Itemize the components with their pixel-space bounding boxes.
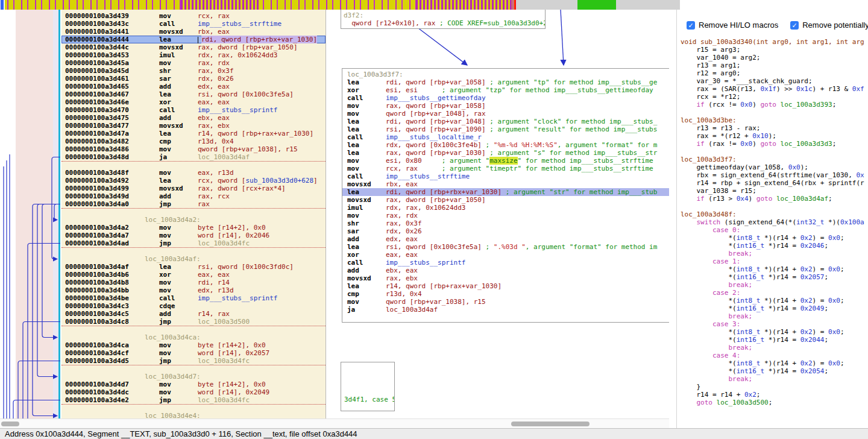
- pseudo-line[interactable]: r14 = r14 + 0x2;: [681, 391, 868, 399]
- graph-asm-line[interactable]: 3d4f1, case 5: [344, 396, 394, 403]
- pseudo-line[interactable]: case 0:: [681, 226, 868, 234]
- pseudo-line[interactable]: [681, 203, 868, 210]
- graph-asm-line[interactable]: xoresi, esi ; argument "tzp" for method …: [342, 86, 669, 94]
- pseudo-line[interactable]: rax = (SAR(r13, 0x1f) >> 0x1c) + r13 & 0…: [681, 85, 868, 93]
- graph-asm-line[interactable]: learax, qword [rbp+var_1030] ; argument …: [342, 149, 669, 157]
- graph-asm-line[interactable]: movrax, qword [rbp+var_1058]: [342, 102, 669, 110]
- asm-row[interactable]: 0000000100a3d45amovrax, rdx: [61, 59, 326, 67]
- asm-row[interactable]: 0000000100a3d4camovbyte [r14+2], 0x0: [61, 341, 326, 349]
- graph-asm-line[interactable]: callimp___stubs__sprintf: [342, 259, 669, 267]
- asm-row[interactable]: 0000000100a3d4b8movrdi, r14: [61, 279, 326, 286]
- graph-asm-line[interactable]: imulrdx, rax, 0x10624dd3: [342, 204, 669, 212]
- asm-row[interactable]: 0000000100a3d499movsxdrax, dword [rcx+ra…: [61, 185, 326, 192]
- pseudo-line[interactable]: [681, 148, 868, 156]
- graph-asm-line[interactable]: movrcx, rax ; argument "timeptr" for met…: [342, 165, 669, 172]
- pseudo-line[interactable]: loc_100a3d3be:: [681, 116, 868, 124]
- graph-asm-line[interactable]: d3f2:: [344, 11, 542, 19]
- pseudo-line[interactable]: r14 = rbp + sign_extend_64(rbx + sprintf…: [681, 179, 868, 187]
- pseudo-line[interactable]: *(int8_t *)(r14 + 0x2) = 0x0;: [681, 265, 868, 273]
- graph-asm-line[interactable]: lear14, qword [rbp+rax+var_1030]: [342, 282, 669, 290]
- graph-asm-line[interactable]: xoreax, eax: [342, 251, 669, 259]
- graph-asm-line[interactable]: movsxdrax, dword [rbp+var_1050]: [342, 196, 669, 204]
- asm-row[interactable]: 0000000100a3d4aflearsi, qword [0x100c3fd…: [61, 263, 326, 271]
- graph-asm-line[interactable]: callimp___stubs__strftime: [342, 172, 669, 180]
- graph-asm-line[interactable]: learsi, qword [0x100c3fe5a] ; ".%03d ", …: [342, 243, 669, 251]
- pseudo-line[interactable]: rcx = *r12;: [681, 93, 868, 101]
- asm-row[interactable]: 0000000100a3d486movqword [rbp+var_1038],…: [61, 145, 326, 153]
- graph-asm-line[interactable]: movrax, rdx: [342, 212, 669, 220]
- graph-basic-block-partial-case5[interactable]: 3d4f1, case 5: [341, 362, 395, 411]
- graph-asm-line[interactable]: leardi, qword [rbp+rbx+var_1030] ; argum…: [342, 188, 669, 196]
- pseudo-line[interactable]: case 3:: [681, 320, 868, 328]
- graph-asm-line[interactable]: addebx, eax: [342, 267, 669, 274]
- asm-row[interactable]: 0000000100a3d4e2jmploc_100a3d4fc: [61, 396, 326, 404]
- asm-row[interactable]: 0000000100a3d492learcx, qword [sub_100a3…: [61, 177, 326, 185]
- pseudo-line[interactable]: break;: [681, 375, 868, 383]
- pseudo-line[interactable]: if (rax != 0x0) goto loc_100a3d3d3;: [681, 140, 868, 148]
- graph-basic-block-main[interactable]: loc_100a3d3f7:leardi, qword [rbp+var_105…: [342, 68, 669, 323]
- pseudo-line[interactable]: case 2:: [681, 289, 868, 297]
- asm-label-row[interactable]: loc_100a3d4af:: [61, 255, 326, 263]
- graph-asm-line[interactable]: sarrdx, 0x26: [342, 227, 669, 235]
- pseudo-line[interactable]: var_30 = *___stack_chk_guard;: [681, 77, 868, 85]
- pseudo-line[interactable]: var_1038 = r15;: [681, 187, 868, 195]
- asm-row[interactable]: 0000000100a3d467learsi, qword [0x100c3fe…: [61, 90, 326, 98]
- pseudo-line[interactable]: *(int8_t *)(r14 + 0x2) = 0x0;: [681, 234, 868, 242]
- pseudo-line[interactable]: *(int8_t *)(r14 + 0x2) = 0x0;: [681, 328, 868, 336]
- pseudo-line[interactable]: *(int16_t *)r14 = 0x2046;: [681, 242, 868, 250]
- asm-row[interactable]: 0000000100a3d43ccallimp___stubs__strftim…: [61, 20, 326, 28]
- pseudo-line[interactable]: *(int16_t *)r14 = 0x2057;: [681, 273, 868, 281]
- pseudo-line[interactable]: r13 = arg1;: [681, 62, 868, 69]
- pseudo-line[interactable]: switch (sign_extend_64(*(int32_t *)(0x10…: [681, 218, 868, 226]
- pseudo-line[interactable]: break;: [681, 312, 868, 320]
- asm-row[interactable]: 0000000100a3d46exoreax, eax: [61, 98, 326, 106]
- pseudo-line[interactable]: if (rcx != 0x0) goto loc_100a3d393;: [681, 101, 868, 109]
- asm-row[interactable]: 0000000100a3d44cmovsxdrax, dword [rbp+va…: [61, 43, 326, 51]
- asm-row[interactable]: 0000000100a3d4d7movbyte [r14+2], 0x0: [61, 381, 326, 388]
- asm-row[interactable]: 0000000100a3d4a0jmprax: [61, 200, 326, 208]
- graph-asm-line[interactable]: shrrax, 0x3f: [342, 220, 669, 227]
- graph-asm-line[interactable]: movqword [rbp+var_1048], rax: [342, 110, 669, 118]
- listing-scrollbar-thumb[interactable]: [1, 422, 19, 426]
- asm-row[interactable]: 0000000100a3d470callimp___stubs__sprintf: [61, 106, 326, 114]
- pseudo-line[interactable]: if (r13 > 0x4) goto loc_100a3d4af;: [681, 195, 868, 203]
- pseudo-line[interactable]: rax = *(r12 + 0x10);: [681, 132, 868, 140]
- graph-asm-line[interactable]: addedx, eax: [342, 235, 669, 243]
- graph-asm-line[interactable]: callimp___stubs__localtime_r: [342, 133, 669, 141]
- graph-asm-line[interactable]: movsxdrax, ebx: [342, 274, 669, 282]
- pseudo-line[interactable]: case 1:: [681, 257, 868, 265]
- asm-label-row[interactable]: loc_100a3d4a2:: [61, 216, 326, 224]
- asm-row[interactable]: 0000000100a3d453imulrdx, rax, 0x10624dd3: [61, 51, 326, 59]
- asm-row[interactable]: 0000000100a3d4bbmovedx, r13d: [61, 286, 326, 294]
- pseudo-line[interactable]: break;: [681, 344, 868, 352]
- pseudo-line[interactable]: r13 = r13 - rax;: [681, 124, 868, 132]
- asm-row[interactable]: 0000000100a3d4becallimp___stubs__sprintf: [61, 294, 326, 302]
- asm-row[interactable]: 0000000100a3d439movrcx, rax: [61, 12, 326, 20]
- graph-asm-line[interactable]: learsi, qword [rbp+var_1090] ; argument …: [342, 125, 669, 133]
- asm-row[interactable]: 0000000100a3d465addedx, eax: [61, 83, 326, 90]
- remove-hilo-macros-checkbox[interactable]: [687, 21, 695, 30]
- graph-asm-line[interactable]: movsxdrbx, eax: [342, 180, 669, 188]
- pseudo-line[interactable]: break;: [681, 281, 868, 289]
- pseudo-line[interactable]: void sub_100a3d340(int arg0, int arg1, i…: [681, 38, 868, 46]
- pseudo-line[interactable]: *(int16_t *)r14 = 0x2054;: [681, 367, 868, 375]
- asm-row[interactable]: 0000000100a3d482cmpr13d, 0x4: [61, 137, 326, 145]
- control-flow-graph-pane[interactable]: d3f2: qword [r12+0x10], rax ; CODE XREF=…: [326, 10, 669, 418]
- graph-asm-line[interactable]: movqword [rbp+var_1038], r15: [342, 298, 669, 306]
- pseudo-line[interactable]: rbx = sign_extend_64(strftime(var_1030, …: [681, 171, 868, 179]
- asm-row[interactable]: 0000000100a3d4adjmploc_100a3d4fc: [61, 239, 326, 247]
- pseudo-line[interactable]: break;: [681, 250, 868, 257]
- asm-row[interactable]: 0000000100a3d4a2movbyte [r14+2], 0x0: [61, 224, 326, 232]
- pseudo-line[interactable]: [681, 109, 868, 116]
- asm-row[interactable]: 0000000100a3d49daddrax, rcx: [61, 192, 326, 200]
- asm-row[interactable]: 0000000100a3d4b6xoreax, eax: [61, 271, 326, 279]
- asm-row[interactable]: 0000000100a3d4c5addr14, rax: [61, 310, 326, 318]
- asm-row[interactable]: 0000000100a3d475addebx, eax: [61, 114, 326, 122]
- assembly-listing-pane[interactable]: 0000000100a3d439movrcx, rax0000000100a3d…: [61, 10, 326, 418]
- pseudo-line[interactable]: case 4:: [681, 352, 868, 359]
- navigation-minimap[interactable]: [0, 0, 868, 10]
- pseudo-line[interactable]: loc_100a3d48f:: [681, 210, 868, 218]
- pseudo-line[interactable]: *(int8_t *)(r14 + 0x2) = 0x0;: [681, 359, 868, 367]
- graph-asm-line[interactable]: leardi, qword [rbp+var_1058] ; argument …: [342, 78, 669, 86]
- graph-asm-line[interactable]: qword [r12+0x10], rax ; CODE XREF=sub_10…: [344, 19, 542, 27]
